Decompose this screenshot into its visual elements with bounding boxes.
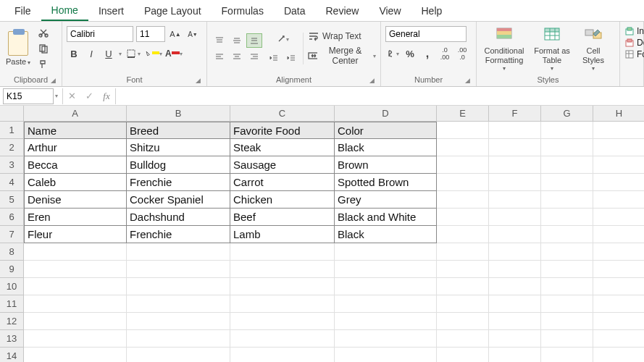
cell[interactable]: Sausage bbox=[230, 156, 335, 174]
cell[interactable]: Eren bbox=[24, 209, 127, 226]
cell[interactable] bbox=[437, 156, 489, 174]
cell[interactable] bbox=[489, 261, 541, 278]
cancel-formula-button[interactable]: ✕ bbox=[63, 88, 80, 104]
cell[interactable] bbox=[541, 348, 593, 362]
cell[interactable]: Chicken bbox=[230, 191, 335, 209]
cell[interactable] bbox=[437, 330, 489, 348]
cell[interactable]: Frenchie bbox=[127, 174, 230, 191]
cell[interactable] bbox=[593, 295, 644, 313]
cell[interactable] bbox=[230, 261, 335, 278]
cell[interactable] bbox=[437, 174, 489, 191]
cell[interactable] bbox=[541, 278, 593, 295]
row-header[interactable]: 11 bbox=[0, 295, 24, 313]
cell[interactable] bbox=[593, 139, 644, 156]
align-top-button[interactable] bbox=[212, 33, 227, 48]
cell[interactable] bbox=[489, 278, 541, 295]
cell[interactable] bbox=[24, 278, 127, 295]
cell[interactable] bbox=[127, 261, 230, 278]
cell[interactable] bbox=[541, 243, 593, 261]
cell[interactable] bbox=[24, 295, 127, 313]
increase-font-button[interactable]: A▲ bbox=[168, 27, 183, 41]
cell[interactable] bbox=[335, 278, 437, 295]
align-middle-button[interactable] bbox=[229, 33, 245, 48]
decrease-indent-button[interactable] bbox=[267, 51, 281, 65]
cell[interactable] bbox=[593, 156, 644, 174]
column-header[interactable]: A bbox=[24, 106, 127, 122]
decrease-decimal-button[interactable]: .00.0 bbox=[455, 46, 469, 61]
dialog-launcher-icon[interactable]: ◢ bbox=[465, 77, 470, 84]
cell[interactable] bbox=[127, 330, 230, 348]
menu-item-file[interactable]: File bbox=[4, 1, 41, 20]
row-header[interactable]: 3 bbox=[0, 156, 24, 174]
row-header[interactable]: 10 bbox=[0, 278, 24, 295]
cell[interactable]: Breed bbox=[127, 122, 230, 139]
wrap-text-button[interactable]: Wrap Text bbox=[308, 31, 361, 41]
cell[interactable] bbox=[24, 243, 127, 261]
underline-button[interactable]: U bbox=[101, 46, 116, 61]
cell[interactable] bbox=[489, 295, 541, 313]
cell[interactable] bbox=[593, 243, 644, 261]
select-all-corner[interactable] bbox=[0, 106, 24, 122]
cell[interactable] bbox=[489, 174, 541, 191]
cell[interactable] bbox=[541, 156, 593, 174]
number-format-select[interactable] bbox=[385, 26, 467, 42]
cell[interactable]: Caleb bbox=[24, 174, 127, 191]
cell[interactable] bbox=[593, 313, 644, 330]
cell[interactable]: Black and White bbox=[335, 209, 437, 226]
row-header[interactable]: 14 bbox=[0, 348, 24, 362]
accounting-format-button[interactable]: ▾ bbox=[385, 46, 400, 61]
column-header[interactable]: G bbox=[541, 106, 593, 122]
align-bottom-button[interactable] bbox=[246, 33, 262, 48]
cell[interactable]: Arthur bbox=[24, 139, 127, 156]
cell[interactable] bbox=[127, 243, 230, 261]
row-header[interactable]: 7 bbox=[0, 226, 24, 243]
font-name-select[interactable] bbox=[67, 26, 133, 42]
cell[interactable] bbox=[541, 174, 593, 191]
menu-item-view[interactable]: View bbox=[369, 1, 411, 20]
cell[interactable]: Name bbox=[24, 122, 127, 139]
align-left-button[interactable] bbox=[212, 49, 227, 64]
cell[interactable] bbox=[127, 313, 230, 330]
paste-button[interactable]: Paste▾ bbox=[4, 31, 32, 66]
comma-format-button[interactable]: , bbox=[420, 46, 435, 61]
accept-formula-button[interactable]: ✓ bbox=[80, 88, 98, 104]
cell[interactable] bbox=[24, 330, 127, 348]
row-header[interactable]: 12 bbox=[0, 313, 24, 330]
orientation-button[interactable]: ▾ bbox=[275, 32, 290, 46]
cell[interactable] bbox=[127, 278, 230, 295]
cell[interactable] bbox=[24, 348, 127, 362]
cell[interactable] bbox=[541, 122, 593, 139]
cell[interactable] bbox=[230, 313, 335, 330]
cell[interactable] bbox=[593, 191, 644, 209]
column-header[interactable]: C bbox=[230, 106, 335, 122]
cell[interactable] bbox=[335, 295, 437, 313]
cell[interactable] bbox=[593, 348, 644, 362]
font-size-select[interactable] bbox=[136, 26, 165, 42]
menu-item-home[interactable]: Home bbox=[41, 1, 88, 21]
cut-button[interactable] bbox=[36, 25, 51, 40]
cell[interactable]: Shitzu bbox=[127, 139, 230, 156]
cell[interactable] bbox=[593, 261, 644, 278]
decrease-font-button[interactable]: A▼ bbox=[185, 27, 200, 41]
borders-button[interactable]: ▾ bbox=[125, 46, 142, 61]
cell[interactable] bbox=[437, 209, 489, 226]
row-header[interactable]: 13 bbox=[0, 330, 24, 348]
menu-item-review[interactable]: Review bbox=[316, 1, 369, 20]
row-header[interactable]: 1 bbox=[0, 122, 24, 139]
row-header[interactable]: 9 bbox=[0, 261, 24, 278]
cell[interactable] bbox=[541, 330, 593, 348]
cell[interactable] bbox=[230, 295, 335, 313]
cell[interactable] bbox=[230, 330, 335, 348]
cell[interactable]: Frenchie bbox=[127, 226, 230, 243]
cell[interactable] bbox=[593, 174, 644, 191]
cell[interactable] bbox=[437, 295, 489, 313]
align-right-button[interactable] bbox=[246, 49, 262, 64]
cell[interactable] bbox=[541, 226, 593, 243]
cell[interactable] bbox=[230, 348, 335, 362]
cell[interactable]: Becca bbox=[24, 156, 127, 174]
cell[interactable] bbox=[489, 348, 541, 362]
cell[interactable] bbox=[127, 348, 230, 362]
column-header[interactable]: D bbox=[335, 106, 437, 122]
chevron-down-icon[interactable]: ▾ bbox=[55, 93, 58, 99]
menu-item-data[interactable]: Data bbox=[274, 1, 316, 20]
